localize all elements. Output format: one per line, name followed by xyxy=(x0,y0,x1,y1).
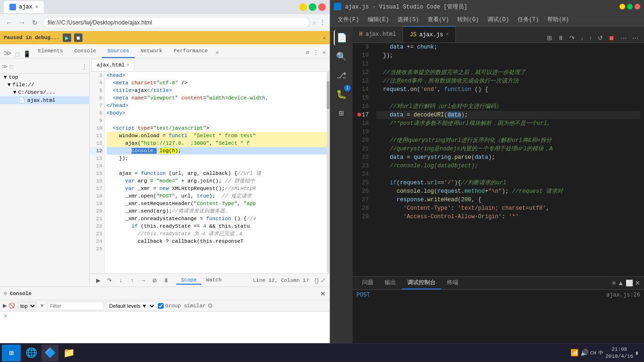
editor-expand-button[interactable]: ⤢ xyxy=(321,277,326,284)
menu-task[interactable]: 任务(T) xyxy=(514,15,543,25)
devtools-inspect-icon[interactable]: ⬚ xyxy=(14,50,21,58)
step-into-button[interactable]: ↓ xyxy=(116,276,125,285)
taskbar-clock[interactable]: 21:08 2018/4/16 xyxy=(605,346,633,360)
tab-sources[interactable]: Sources xyxy=(102,45,135,58)
devtools-device-icon[interactable]: 📱 xyxy=(21,50,33,58)
filetree-item-top[interactable]: ▼ top xyxy=(0,74,89,81)
vscode-stop-btn[interactable]: ⏹ xyxy=(607,33,617,42)
menu-edit[interactable]: 编辑(E) xyxy=(364,15,393,25)
debug-stop-button[interactable]: ⏹ xyxy=(74,33,83,42)
menu-view[interactable]: 查看(V) xyxy=(424,15,453,25)
step-forward-button[interactable]: → xyxy=(139,276,148,285)
panel-tab-output[interactable]: 输出 xyxy=(379,277,402,289)
tab-console[interactable]: Console xyxy=(69,45,102,58)
vscode-more-btn[interactable]: ⋯ xyxy=(619,33,628,42)
taskbar-show-desktop[interactable]: ▮ xyxy=(635,350,638,356)
taskbar-explorer-icon[interactable]: 📁 xyxy=(60,345,77,362)
console-filter-arrow[interactable]: ▼ xyxy=(39,303,46,309)
menu-select[interactable]: 选择(S) xyxy=(394,15,423,25)
code-tab-ajaxhtml-close[interactable]: × xyxy=(126,63,129,68)
devtools-more-icon[interactable]: ⋮ xyxy=(311,47,321,58)
menu-file[interactable]: 文件(F) xyxy=(334,15,363,25)
menu-debug[interactable]: 调试(D) xyxy=(484,15,513,25)
vscode-split-editor-btn[interactable]: ⊞ xyxy=(545,33,554,42)
vscode-tab-ajaxhtml[interactable]: H ajax.html xyxy=(353,26,403,42)
chrome-maximize-button[interactable] xyxy=(309,3,316,11)
console-gear-button[interactable]: ⚙ xyxy=(207,302,213,309)
console-settings-icon[interactable]: ⚙ xyxy=(4,290,7,296)
console-group-similar-checkbox[interactable] xyxy=(158,303,164,309)
tab-performance[interactable]: Performance xyxy=(168,45,214,58)
filetree-toggle-icon[interactable]: ⬚ xyxy=(10,63,13,70)
refresh-button[interactable]: ↻ xyxy=(30,18,40,27)
vscode-overflow-btn[interactable]: ⋯ xyxy=(630,33,640,42)
console-top-select[interactable]: top xyxy=(17,302,37,310)
devtools-close-icon[interactable]: ✕ xyxy=(321,47,328,58)
forward-button[interactable]: → xyxy=(17,18,27,27)
tab-network[interactable]: Network xyxy=(135,45,168,58)
activity-git-icon[interactable]: ⎇ xyxy=(334,68,349,83)
resume-button[interactable]: ▶ xyxy=(93,276,103,285)
activity-extensions-icon[interactable]: ⊞ xyxy=(334,106,349,121)
vscode-restart-btn[interactable]: ↺ xyxy=(596,33,605,42)
vscode-tab-ajaxjs-close[interactable]: × xyxy=(446,32,449,37)
taskbar-network-icon[interactable]: 📶 xyxy=(570,349,578,357)
panel-filter-btn[interactable]: ≡ xyxy=(612,280,616,287)
vscode-tab-ajaxjs[interactable]: JS ajax.js × xyxy=(403,26,456,42)
devtools-expand-icon[interactable]: ≫ xyxy=(2,49,14,58)
editor-settings-button[interactable]: {} xyxy=(314,277,319,284)
vscode-step-into-btn[interactable]: ↓ xyxy=(578,33,586,42)
step-out-button[interactable]: ↑ xyxy=(127,276,137,285)
back-button[interactable]: ← xyxy=(4,18,14,27)
more-tabs-icon[interactable]: » xyxy=(214,48,221,58)
taskbar-volume-icon[interactable]: 🔊 xyxy=(580,349,588,357)
filetree-expand-icon[interactable]: ≫ xyxy=(2,63,8,70)
vscode-close-btn[interactable] xyxy=(635,4,640,9)
scope-tab[interactable]: Scope xyxy=(176,276,201,285)
console-resume-btn[interactable]: ▶ xyxy=(3,303,7,309)
tab-elements[interactable]: Elements xyxy=(33,45,69,58)
filetree-more-icon[interactable]: ⋮ xyxy=(82,63,87,70)
vscode-step-over-btn[interactable]: ↷ xyxy=(568,33,577,42)
pause-on-exceptions-button[interactable]: ⏸ xyxy=(161,276,171,285)
address-input[interactable] xyxy=(42,17,310,28)
chrome-tab-close[interactable]: × xyxy=(35,4,39,10)
activity-explorer-icon[interactable]: 📄 xyxy=(334,30,349,45)
scrollbar-track[interactable] xyxy=(327,72,330,273)
panel-close-btn[interactable]: ✕ xyxy=(635,280,640,287)
chrome-tab[interactable]: ajax × xyxy=(4,1,44,13)
console-clear-btn[interactable]: 🚫 xyxy=(8,303,15,309)
panel-tab-terminal[interactable]: 终端 xyxy=(441,277,464,289)
debug-play-button[interactable]: ▶ xyxy=(63,33,71,42)
vscode-maximize-btn[interactable] xyxy=(627,4,633,9)
scrollbar-thumb[interactable] xyxy=(327,81,330,109)
vscode-pause-btn[interactable]: ⏸ xyxy=(556,33,566,42)
chrome-close-button[interactable] xyxy=(318,3,326,11)
step-over-button[interactable]: ↷ xyxy=(105,276,114,285)
filetree-item-ajaxhtml[interactable]: 📄 ajax.html xyxy=(0,96,89,104)
console-close-button[interactable]: ✕ xyxy=(320,290,326,297)
devtools-close-btn[interactable]: ✕ xyxy=(322,35,326,41)
taskbar-ime-icon[interactable]: 中 xyxy=(598,349,603,356)
activity-search-icon[interactable]: 🔍 xyxy=(334,49,349,64)
activity-debug-icon[interactable]: 🐛 1 xyxy=(334,87,349,102)
filetree-item-file[interactable]: ▼ file:// xyxy=(0,81,89,89)
taskbar-vscode-icon[interactable]: 🔷 xyxy=(41,345,58,362)
panel-maximize-btn[interactable]: ⬜ xyxy=(626,280,633,287)
code-tab-ajaxhtml[interactable]: ajax.html × xyxy=(91,59,134,71)
menu-icon[interactable]: ⋮ xyxy=(319,18,326,26)
menu-goto[interactable]: 转到(G) xyxy=(454,15,483,25)
taskbar-chrome-icon[interactable]: 🌐 xyxy=(23,345,40,362)
panel-tab-problems[interactable]: 问题 xyxy=(356,277,379,289)
panel-up-btn[interactable]: ▲ xyxy=(618,280,624,287)
console-filter-input[interactable] xyxy=(48,302,104,310)
panel-tab-debug-console[interactable]: 调试控制台 xyxy=(402,277,441,289)
deactivate-breakpoints-button[interactable]: ⊘ xyxy=(150,276,159,285)
chrome-minimize-button[interactable] xyxy=(299,3,307,11)
taskbar-keyboard-icon[interactable]: CH xyxy=(590,350,596,356)
menu-help[interactable]: 帮助(H) xyxy=(544,15,573,25)
console-level-select[interactable]: Default levels ▼ xyxy=(106,302,156,310)
taskbar-start-button[interactable]: ⊞ xyxy=(2,345,21,362)
filetree-item-cusers[interactable]: ▼ C:/Users/... xyxy=(0,89,89,96)
bookmark-icon[interactable]: ☆ xyxy=(313,18,316,26)
